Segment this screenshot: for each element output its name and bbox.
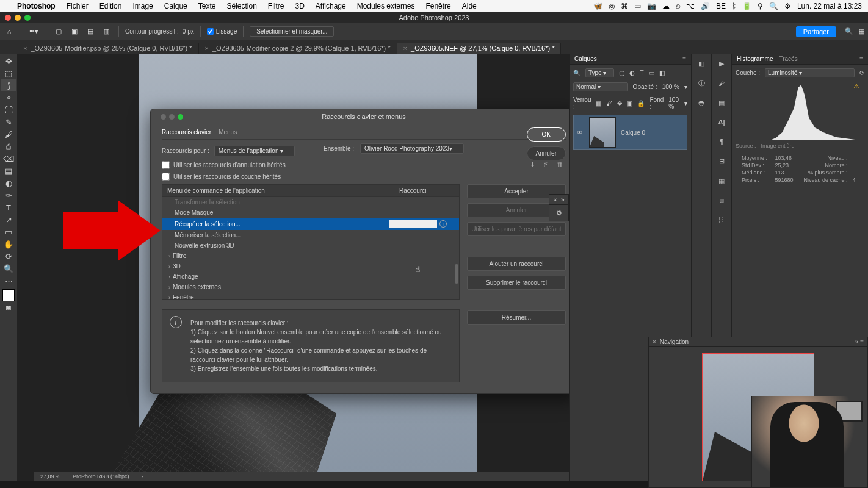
marquee-tool-icon[interactable]: ⬚ bbox=[1, 67, 16, 79]
list-item[interactable]: Transformer la sélection bbox=[162, 197, 459, 207]
search-icon[interactable]: 🔍 bbox=[573, 70, 580, 76]
set-select[interactable]: Olivier Rocq Photography 2023▾ bbox=[360, 143, 464, 154]
list-item[interactable]: ›Fenêtre bbox=[162, 292, 459, 300]
list-item[interactable]: ›Filtre bbox=[162, 251, 459, 261]
channel-select[interactable]: Luminosité ▾ bbox=[765, 68, 855, 77]
collapse-right-icon[interactable]: » bbox=[561, 196, 565, 203]
wifi-icon[interactable]: ⚲ bbox=[758, 2, 763, 10]
cancel-button[interactable]: Annuler bbox=[527, 146, 566, 160]
search-icon[interactable]: 🔍 bbox=[845, 27, 853, 35]
path-tool-icon[interactable]: ↗ bbox=[1, 214, 16, 226]
quickmask-icon[interactable]: ◙ bbox=[1, 301, 16, 314]
glyphs-icon[interactable]: ⊞ bbox=[715, 155, 728, 167]
home-icon[interactable]: ⌂ bbox=[4, 26, 15, 37]
document-tab-active[interactable]: ×_OZ93605.NEF @ 27,1% (Calque 0, RVB/16*… bbox=[397, 43, 562, 54]
selection-new-icon[interactable]: ▢ bbox=[52, 26, 65, 38]
info-icon[interactable]: i bbox=[439, 220, 447, 228]
properties-icon[interactable]: ⧈ bbox=[715, 194, 728, 206]
status-icon[interactable]: ⌥ bbox=[686, 2, 695, 10]
type-tool-icon[interactable]: T bbox=[1, 201, 16, 214]
panel-menu-icon[interactable]: ≡ bbox=[682, 56, 686, 62]
visibility-eye-icon[interactable]: 👁 bbox=[576, 129, 584, 136]
legacy-channel-checkbox[interactable]: Utiliser les raccourcis de couche hérité… bbox=[162, 173, 566, 181]
document-tab[interactable]: ×_OZ93605-Modifier copie 2 @ 29,9% (Calq… bbox=[199, 43, 397, 54]
panel-menu-icon[interactable]: ≡ bbox=[858, 339, 864, 345]
adjustments-icon[interactable]: ¦⸽ bbox=[715, 214, 728, 226]
status-icon[interactable]: ◎ bbox=[609, 2, 615, 10]
trash-icon[interactable]: 🗑 bbox=[557, 160, 563, 168]
filter-pixel-icon[interactable]: ▢ bbox=[619, 70, 624, 76]
warning-icon[interactable]: ⚠︎ bbox=[853, 82, 859, 90]
move-tool-icon[interactable]: ✥ bbox=[1, 55, 16, 67]
sliders-icon[interactable]: ⚙︎ bbox=[549, 205, 568, 221]
color-profile[interactable]: ProPhoto RGB (16bpc) bbox=[73, 473, 129, 479]
list-item[interactable]: Nouvelle extrusion 3D bbox=[162, 240, 459, 251]
menu-filter[interactable]: Filtre bbox=[268, 2, 284, 10]
select-and-mask-button[interactable]: Sélectionner et masquer... bbox=[250, 26, 334, 37]
delete-shortcut-button[interactable]: Supprimer le raccourci bbox=[467, 276, 566, 290]
styles-icon[interactable]: ◧ bbox=[695, 57, 707, 70]
save-set-icon[interactable]: ⬇︎ bbox=[530, 160, 535, 168]
dialog-minimize-button[interactable] bbox=[169, 114, 175, 120]
eraser-tool-icon[interactable]: ⌫ bbox=[1, 152, 16, 165]
lock-transparent-icon[interactable]: ▦ bbox=[596, 100, 601, 107]
selection-intersect-icon[interactable]: ▥ bbox=[100, 26, 112, 38]
list-item[interactable]: ›3D bbox=[162, 261, 459, 271]
filter-adjust-icon[interactable]: ◐ bbox=[629, 70, 635, 76]
workspace-icon[interactable]: ▦ bbox=[858, 27, 864, 35]
tab-menus[interactable]: Menus bbox=[219, 129, 237, 135]
lasso-tool-icon[interactable]: ⟆ bbox=[1, 79, 16, 92]
close-icon[interactable]: × bbox=[403, 45, 407, 52]
status-icon[interactable]: ⎋ bbox=[676, 2, 680, 10]
menu-photoshop[interactable]: Photoshop bbox=[17, 2, 56, 10]
list-item-selected[interactable]: Récupérer la sélection...i bbox=[162, 218, 459, 230]
lock-position-icon[interactable]: ✥ bbox=[617, 100, 622, 107]
pen-tool-icon[interactable]: ✑ bbox=[1, 189, 16, 201]
close-icon[interactable]: × bbox=[653, 339, 656, 345]
menu-extensions[interactable]: Modules externes bbox=[357, 2, 415, 10]
command-list[interactable]: Transformer la sélection Mode Masque Réc… bbox=[162, 197, 460, 300]
dodge-tool-icon[interactable]: ◐ bbox=[1, 177, 16, 189]
color-icon[interactable]: ◓ bbox=[695, 96, 707, 109]
filter-type-icon[interactable]: T bbox=[640, 70, 643, 76]
fill-value[interactable]: 100 % bbox=[668, 96, 679, 110]
swatches-icon[interactable]: ▤ bbox=[715, 96, 728, 109]
refresh-icon[interactable]: ⟳ bbox=[859, 70, 864, 76]
dialog-zoom-button[interactable] bbox=[178, 114, 183, 120]
document-canvas[interactable]: Raccourcis clavier et menus Raccourcis c… bbox=[17, 54, 569, 481]
tab-paths[interactable]: Tracés bbox=[779, 56, 797, 62]
zoom-level[interactable]: 27,09 % bbox=[40, 473, 60, 479]
add-shortcut-button[interactable]: Ajouter un raccourci bbox=[467, 257, 566, 271]
scrollbar-thumb[interactable] bbox=[455, 264, 458, 284]
menu-3d[interactable]: 3D bbox=[295, 2, 305, 10]
lock-pixels-icon[interactable]: 🖌 bbox=[606, 100, 612, 107]
tab-histogram[interactable]: Histogramme bbox=[737, 56, 773, 62]
defaults-button[interactable]: Utiliser les paramètres par défaut bbox=[467, 222, 566, 236]
magic-wand-tool-icon[interactable]: ✧ bbox=[1, 92, 16, 104]
status-icon[interactable]: BE bbox=[716, 2, 726, 10]
lock-artboard-icon[interactable]: ▣ bbox=[627, 100, 632, 107]
more-icon[interactable]: ⋯ bbox=[1, 274, 16, 287]
stamp-tool-icon[interactable]: ⎙ bbox=[1, 140, 16, 152]
share-button[interactable]: Partager bbox=[796, 26, 836, 37]
filter-shape-icon[interactable]: ▭ bbox=[649, 70, 654, 76]
search-icon[interactable]: 🔍 bbox=[769, 2, 778, 10]
summary-button[interactable]: Résumer... bbox=[467, 310, 566, 325]
layer-thumbnail[interactable] bbox=[589, 117, 616, 148]
status-icon[interactable]: 🔊 bbox=[701, 2, 710, 10]
battery-icon[interactable]: 🔋 bbox=[742, 2, 751, 10]
clock[interactable]: Lun. 22 mai à 13:23 bbox=[797, 2, 862, 10]
crop-tool-icon[interactable]: ⛶ bbox=[1, 104, 16, 116]
menu-edit[interactable]: Edition bbox=[99, 2, 122, 10]
legacy-undo-checkbox[interactable]: Utiliser les raccourcis d'annulation hér… bbox=[162, 161, 566, 169]
menu-selection[interactable]: Sélection bbox=[226, 2, 256, 10]
document-tab[interactable]: ×_OZ93605-Modifier.psb @ 25% (Calque 0, … bbox=[17, 43, 199, 54]
new-set-icon[interactable]: ⎘ bbox=[544, 160, 548, 168]
close-icon[interactable]: × bbox=[23, 45, 27, 52]
list-item[interactable]: Mode Masque bbox=[162, 207, 459, 218]
minimize-window-button[interactable] bbox=[15, 15, 21, 21]
blend-mode-select[interactable]: Normal ▾ bbox=[573, 82, 628, 92]
tab-layers[interactable]: Calques bbox=[574, 56, 597, 62]
nav-title[interactable]: Navigation bbox=[660, 339, 689, 345]
status-icon[interactable]: ☁︎ bbox=[662, 2, 670, 10]
